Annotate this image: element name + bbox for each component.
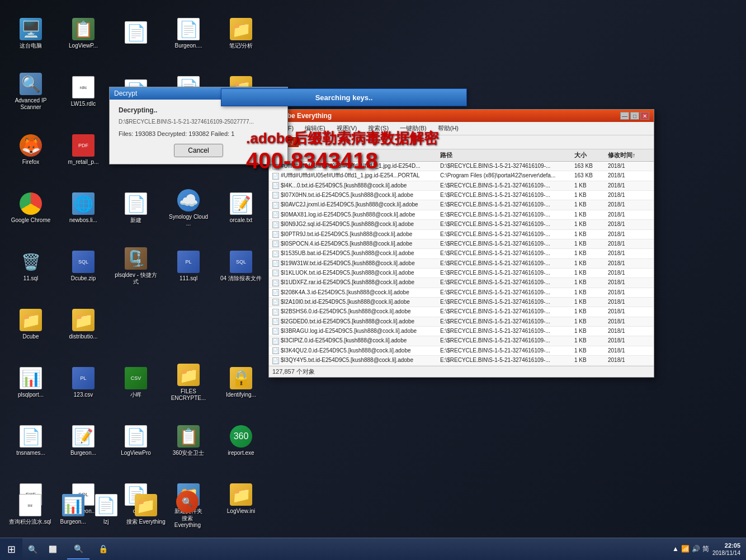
icon-dcube[interactable]: 📁 distributio...: [58, 297, 108, 352]
icon-123csv[interactable]: CSV 小晖: [111, 355, 161, 411]
table-row[interactable]: 📄$I2GDED0.txt.id-E254D9C5.[kush888@cock.…: [269, 317, 654, 327]
icon-this-pc[interactable]: 🖥️ 这台电脑: [6, 6, 56, 62]
icon-new-doc[interactable]: 📄 新建: [111, 180, 161, 236]
icon-chaxun[interactable]: 📊 Burgeon...: [57, 487, 89, 532]
table-row[interactable]: 📄$I208K4A.3.id-E254D9C5.[kush888@cock.li…: [269, 288, 654, 298]
icon-tnsnames[interactable]: 📝 Burgeon...: [58, 413, 108, 469]
table-row[interactable]: 📄$I4K...0.txt.id-E254D9C5.[kush888@cock.…: [269, 181, 654, 191]
icon-logviewpro[interactable]: 📋 360安全卫士: [163, 413, 214, 469]
task-view-button[interactable]: ⬜: [43, 539, 63, 559]
table-row[interactable]: 📄$I3BRAGU.log.id-E254D9C5.[kush888@cock.…: [269, 327, 654, 336]
icon-everything[interactable]: 🔍 搜索Everything: [171, 487, 204, 532]
icon-burgeon1[interactable]: 📄 Burgeon....: [163, 6, 214, 62]
table-row[interactable]: 📄$I0MAX81.log.id-E254D9C5.[kush888@cock.…: [269, 210, 654, 220]
icon-dcubezip[interactable]: 🗜️ plsqldev - 快捷方式: [111, 238, 161, 294]
tray-up-arrow[interactable]: ▲: [672, 545, 679, 553]
icon-new-folder2[interactable]: 📁 LogView.ini: [216, 471, 266, 527]
taskbar-search-button[interactable]: 🔍: [22, 539, 43, 559]
icon-files-encrypt[interactable]: 🔒 Identifying...: [216, 355, 266, 411]
icon-mretail[interactable]: PDF m_retail_p...: [58, 122, 108, 178]
icon-burgeon3[interactable]: 📄 LogViewPro: [111, 413, 161, 469]
table-row[interactable]: 📄$I2BSHS6.0.id-E254D9C5.[kush888@cock.li…: [269, 307, 654, 317]
cell-date: 2018/1: [607, 327, 651, 335]
icon-identifying[interactable]: 📄 tnsnames...: [6, 413, 56, 469]
table-row[interactable]: 📄$I3CIPIZ.0.id-E254D9C5.[kush888@cock.li…: [269, 336, 654, 346]
icon-lzj[interactable]: 📁 搜索 Everything: [123, 487, 169, 532]
table-row[interactable]: 📄$I1535UB.bat.id-E254D9C5.[kush888@cock.…: [269, 249, 654, 258]
cell-path: E:\$RECYCLE.BIN\S-1-5-21-3274616109-...: [439, 289, 573, 297]
icon-xiaohui[interactable]: 📁 FILES ENCRYPTE...: [163, 355, 214, 411]
tray-network-icon: 📶: [681, 545, 690, 553]
icon-logview[interactable]: 📋 LogViewP...: [58, 6, 108, 62]
cell-path: E:\$RECYCLE.BIN\S-1-5-21-3274616109-...: [439, 240, 573, 248]
minimize-button[interactable]: —: [620, 112, 629, 120]
icon-orcale[interactable]: 📝 orcale.txt: [216, 180, 266, 236]
tray-lang[interactable]: 简: [702, 544, 709, 554]
new-folder2-label: LogView.ini: [227, 508, 255, 515]
menu-edit[interactable]: 编辑(E): [303, 123, 328, 134]
icon-lw15[interactable]: rdlc LW15.rdlc: [58, 64, 108, 120]
table-row[interactable]: 📄$I1KLUOK.txt.id-E254D9C5.[kush888@cock.…: [269, 269, 654, 278]
cell-name: 📄$I0N9JG2.sql.id-E254D9C5.[kush888@cock.…: [271, 220, 439, 228]
icon-advanced-ip[interactable]: 🔍 Advanced IP Scanner: [6, 64, 56, 120]
cell-path: E:\$RECYCLE.BIN\S-1-5-21-3274616109-...: [439, 191, 573, 199]
table-row[interactable]: 📄$I0PTR9J.txt.id-E254D9C5.[kush888@cock.…: [269, 230, 654, 239]
icon-plsqldev[interactable]: PL 111.sql: [163, 238, 214, 294]
icon-logview-ini[interactable]: ini 查询积分流水.sql: [6, 487, 55, 532]
icon-newbos[interactable]: 🌐 newbos.li...: [58, 180, 108, 236]
files-encrypt-label: Identifying...: [226, 392, 256, 398]
decrypt-cancel-button[interactable]: Cancel: [174, 144, 223, 157]
file-icon: 📄: [272, 202, 279, 209]
icon-googlechrome[interactable]: Google Chrome: [6, 180, 56, 236]
close-button[interactable]: ✕: [640, 112, 649, 120]
mretail-label: m_retail_p...: [68, 159, 98, 166]
cell-date: 2018/1: [607, 220, 651, 228]
menu-search[interactable]: 搜索(S): [366, 123, 391, 134]
table-row[interactable]: 📄#Ufffd#Ufffd#Ufffd#U053f#Ufffd#Ufffd1_1…: [269, 162, 654, 171]
icon-clean-report[interactable]: 📁 Dcube: [6, 297, 56, 352]
icon-doc1[interactable]: 📄: [111, 6, 161, 62]
123csv-label: 小晖: [130, 392, 141, 398]
table-row[interactable]: 📄$I3K4QU2.0.id-E254D9C5.[kush888@cock.li…: [269, 346, 654, 356]
icon-firefox[interactable]: 🦊 Firefox: [6, 122, 56, 178]
icon-synology[interactable]: ☁️ Synology Cloud ...: [163, 180, 214, 236]
table-row[interactable]: 📄$I0SPOCN.4.id-E254D9C5.[kush888@cock.li…: [269, 239, 654, 249]
taskbar-apps: 🔍 🔒: [63, 539, 667, 559]
icon-360[interactable]: 360 ireport.exe: [216, 413, 266, 469]
icon-111sql[interactable]: SQL 04 清除报表文件: [216, 238, 266, 294]
taskbar-decrypt-app[interactable]: 🔒: [92, 539, 114, 559]
icon-11sql[interactable]: SQL Dcube.zip: [58, 238, 108, 294]
taskbar-everything-app[interactable]: 🔍: [67, 539, 89, 559]
table-row[interactable]: 📄$I0N9JG2.sql.id-E254D9C5.[kush888@cock.…: [269, 220, 654, 229]
plsqldev-icon: PL: [177, 251, 200, 273]
cell-name: 📄$I3K4QU2.0.id-E254D9C5.[kush888@cock.li…: [271, 347, 439, 355]
icon-recycle[interactable]: 🗑️ 11.sql: [6, 238, 56, 294]
menu-helper[interactable]: 一键助(B): [398, 123, 429, 134]
icon-plsqlport[interactable]: PL 123.csv: [58, 355, 108, 411]
cell-name: 📄#Ufffd#Ufffd#Ufffd#U053f#Ufffd#Ufffd1_1…: [271, 162, 439, 170]
taskbar-clock[interactable]: 22:05 2018/11/14: [712, 542, 740, 557]
table-row[interactable]: 📄$I1UDXFZ.rar.id-E254D9C5.[kush888@cock.…: [269, 278, 654, 288]
table-row[interactable]: 📄$I0AVC2J.jrxml.id-E254D9C5.[kush888@coc…: [269, 200, 654, 210]
cell-size: 1 KB: [573, 250, 607, 257]
cell-path: E:\$RECYCLE.BIN\S-1-5-21-3274616109-...: [439, 347, 573, 355]
menu-help[interactable]: 帮助(H): [436, 123, 461, 134]
cell-date: 2018/1: [607, 250, 651, 257]
table-row[interactable]: 📄$I2A10I0.txt.id-E254D9C5.[kush888@cock.…: [269, 298, 654, 307]
everything-title-bar: .adobe Everything — □ ✕: [269, 110, 654, 122]
maximize-button[interactable]: □: [630, 112, 639, 120]
clock-date: 2018/11/14: [712, 549, 740, 557]
desktop: 🖥️ 这台电脑 📋 LogViewP... 📄 📄 Burgeon.... 📁 …: [0, 0, 746, 560]
table-row[interactable]: 📄$I3QY4Y5.txt.id-E254D9C5.[kush888@cock.…: [269, 356, 654, 365]
icon-notes[interactable]: 📁 笔记/分析: [216, 6, 266, 62]
table-row[interactable]: 📄#Ufffd#Ufffd#U05ef#Ufffd-0ffd1_1.jpg.id…: [269, 171, 654, 181]
icon-distribution[interactable]: 📊 plsqlport...: [6, 355, 56, 411]
file-icon: 📄: [272, 192, 279, 199]
start-button[interactable]: ⊞: [0, 538, 22, 561]
table-row[interactable]: 📄$I19W31W.txt.id-E254D9C5.[kush888@cock.…: [269, 259, 654, 269]
menu-view[interactable]: 视图(V): [334, 123, 360, 134]
cell-date: 2018/1: [607, 260, 651, 267]
table-row[interactable]: 📄$I07X0HN.txt.id-E254D9C5.[kush888@cock.…: [269, 191, 654, 200]
icon-burgeon5[interactable]: 📄 lzj: [92, 487, 121, 532]
taskbar-tray: ▲ 📶 🔊 简 22:05 2018/11/14: [667, 542, 746, 557]
